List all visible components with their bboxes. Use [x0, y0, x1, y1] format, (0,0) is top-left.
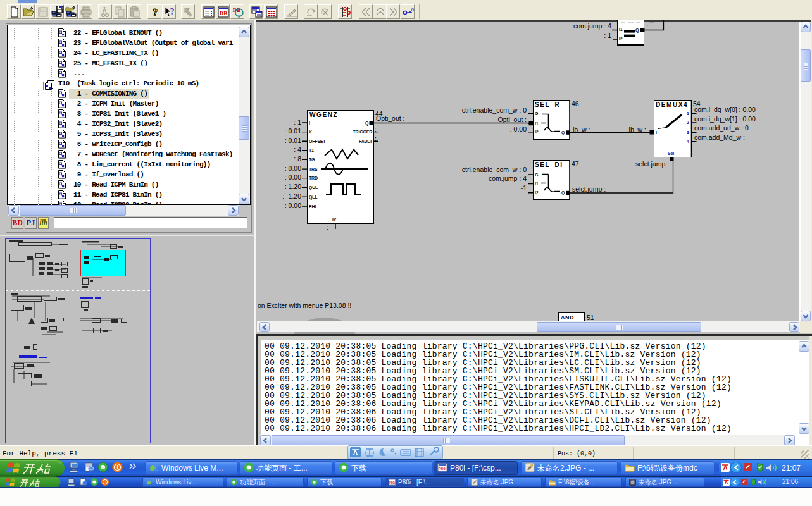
- svg-text:P80i: P80i: [439, 467, 447, 471]
- svg-text:?: ?: [153, 6, 158, 18]
- svg-text:P80i: P80i: [389, 481, 395, 484]
- svg-text:DB: DB: [220, 10, 228, 16]
- svg-text:0: 0: [411, 7, 415, 13]
